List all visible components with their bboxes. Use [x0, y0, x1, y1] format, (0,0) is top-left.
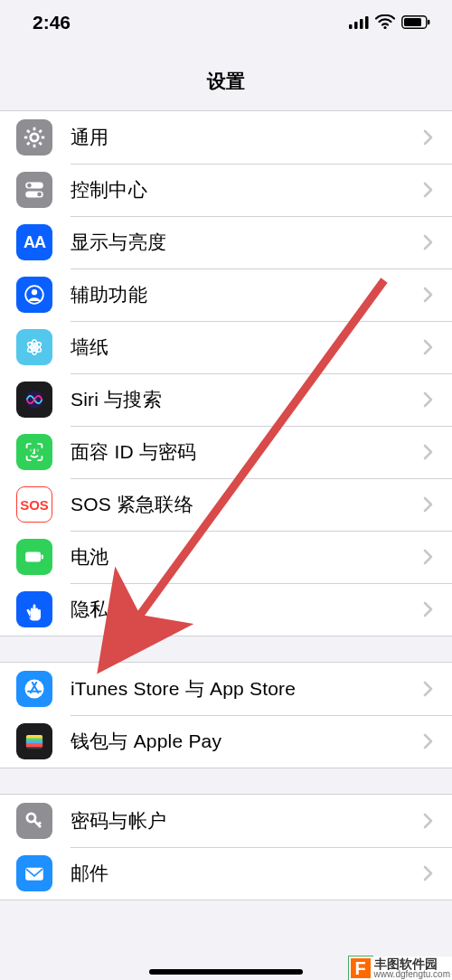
settings-row-privacy[interactable]: 隐私	[0, 583, 452, 636]
settings-row-mail[interactable]: 邮件	[0, 847, 452, 900]
chevron-right-icon	[423, 334, 434, 362]
wifi-icon	[375, 12, 395, 33]
chevron-right-icon	[423, 860, 434, 888]
general-icon	[16, 119, 52, 155]
siri-icon	[16, 382, 52, 418]
settings-row-faceid[interactable]: 面容 ID 与密码	[0, 426, 452, 478]
svg-rect-33	[25, 551, 41, 561]
svg-point-29	[33, 345, 36, 349]
chevron-right-icon	[423, 543, 434, 571]
watermark-logo-icon: F	[349, 956, 372, 980]
row-label: 邮件	[71, 861, 423, 886]
privacy-icon	[16, 591, 52, 627]
svg-point-4	[383, 26, 386, 29]
svg-rect-0	[349, 24, 353, 29]
cellular-icon	[349, 12, 369, 33]
chevron-right-icon	[423, 124, 434, 152]
status-right	[349, 12, 430, 33]
settings-row-accessibility[interactable]: 辅助功能	[0, 269, 452, 321]
svg-rect-7	[428, 20, 429, 24]
svg-point-20	[37, 193, 42, 197]
row-label: 辅助功能	[71, 282, 423, 307]
row-label: Siri 与搜索	[71, 387, 423, 412]
settings-row-wallpaper[interactable]: 墙纸	[0, 321, 452, 373]
control-center-icon	[16, 172, 52, 208]
row-label: 密码与帐户	[71, 808, 423, 834]
row-label: 电池	[71, 544, 423, 570]
svg-rect-47	[25, 868, 43, 881]
svg-rect-34	[42, 555, 43, 560]
settings-row-display[interactable]: AA 显示与亮度	[0, 216, 452, 269]
row-label: 墙纸	[71, 335, 423, 360]
settings-row-siri[interactable]: Siri 与搜索	[0, 373, 452, 426]
wallpaper-icon	[16, 329, 52, 365]
settings-row-sos[interactable]: SOS SOS 紧急联络	[0, 478, 452, 531]
watermark-name: 丰图软件园	[374, 957, 451, 970]
chevron-right-icon	[423, 596, 434, 624]
accessibility-icon	[16, 277, 52, 313]
sos-icon: SOS	[16, 486, 52, 523]
faceid-icon	[16, 434, 52, 470]
settings-row-passwords[interactable]: 密码与帐户	[0, 795, 452, 847]
display-icon: AA	[16, 224, 52, 260]
battery-icon	[16, 539, 52, 575]
svg-line-12	[27, 142, 29, 144]
row-label: 通用	[71, 125, 423, 150]
chevron-right-icon	[423, 807, 434, 835]
chevron-right-icon	[423, 281, 434, 309]
svg-point-8	[31, 134, 38, 141]
svg-rect-2	[360, 19, 363, 29]
svg-rect-1	[354, 22, 358, 29]
row-label: iTunes Store 与 App Store	[71, 676, 423, 702]
chevron-right-icon	[423, 728, 434, 756]
mail-icon	[16, 855, 52, 891]
svg-rect-3	[365, 16, 369, 29]
chevron-right-icon	[423, 386, 434, 414]
status-time: 2:46	[33, 12, 71, 33]
svg-line-16	[39, 130, 41, 132]
svg-point-22	[32, 289, 37, 295]
chevron-right-icon	[423, 675, 434, 703]
watermark: F 丰图软件园 www.dgfengtu.com	[349, 956, 453, 980]
svg-point-18	[27, 184, 32, 188]
settings-row-itunes[interactable]: iTunes Store 与 App Store	[0, 663, 452, 715]
row-label: 面容 ID 与密码	[71, 439, 423, 465]
settings-row-general[interactable]: 通用	[0, 111, 452, 164]
itunes-icon	[16, 671, 52, 707]
settings-row-wallet[interactable]: 钱包与 Apple Pay	[0, 715, 452, 768]
chevron-right-icon	[423, 438, 434, 466]
svg-rect-6	[404, 18, 421, 26]
home-indicator	[149, 969, 303, 975]
watermark-url: www.dgfengtu.com	[374, 970, 451, 979]
page-title: 设置	[0, 45, 452, 110]
svg-line-14	[27, 130, 29, 132]
wallet-icon	[16, 723, 52, 759]
chevron-right-icon	[423, 176, 434, 204]
svg-point-35	[25, 680, 44, 699]
svg-line-46	[38, 822, 41, 825]
row-label: 控制中心	[71, 177, 423, 203]
row-label: 隐私	[71, 597, 423, 622]
passwords-icon	[16, 803, 52, 839]
chevron-right-icon	[423, 229, 434, 257]
svg-rect-43	[26, 743, 42, 747]
settings-row-control-center[interactable]: 控制中心	[0, 164, 452, 216]
row-label: 钱包与 Apple Pay	[71, 729, 423, 754]
row-label: SOS 紧急联络	[71, 492, 423, 517]
settings-row-battery[interactable]: 电池	[0, 531, 452, 583]
status-bar: 2:46	[0, 0, 452, 45]
chevron-right-icon	[423, 491, 434, 519]
svg-line-10	[39, 142, 41, 144]
row-label: 显示与亮度	[71, 230, 423, 255]
battery-icon	[401, 12, 430, 33]
